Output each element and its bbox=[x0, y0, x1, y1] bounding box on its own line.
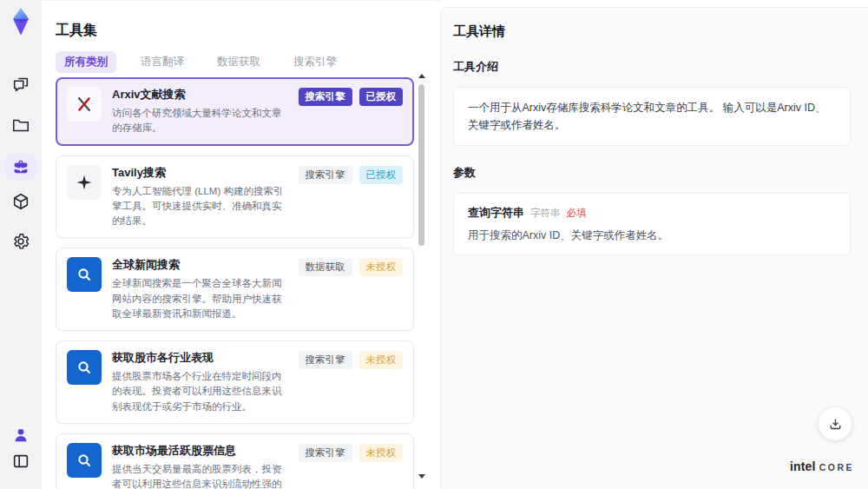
app-logo-icon bbox=[9, 7, 33, 36]
tool-name: 全球新闻搜索 bbox=[112, 257, 288, 273]
tool-card[interactable]: 获取市场最活跃股票信息 提供当天交易量最高的股票列表，投资者可以利用这些信息来识… bbox=[56, 433, 414, 489]
param-desc: 用于搜索的Arxiv ID、关键字或作者姓名。 bbox=[468, 228, 836, 243]
tool-detail-panel: 工具详情 工具介绍 一个用于从Arxiv存储库搜索科学论文和文章的工具。 输入可… bbox=[440, 7, 868, 489]
intel-logo-text: intel bbox=[790, 459, 816, 473]
tool-category-tag: 搜索引擎 bbox=[299, 166, 352, 184]
panel-toggle-icon[interactable] bbox=[11, 452, 30, 471]
tool-desc: 提供当天交易量最高的股票列表，投资者可以利用这些信息来识别流动性强的股票和潜在的… bbox=[112, 462, 288, 489]
arxiv-icon bbox=[67, 87, 102, 122]
left-nav-rail bbox=[0, 0, 42, 489]
tool-card[interactable]: 获取股市各行业表现 提供股票市场各个行业在特定时间段内的表现。投资者可以利用这些… bbox=[56, 340, 414, 424]
tab-language-translation[interactable]: 语言翻译 bbox=[132, 51, 193, 73]
tab-data-fetch[interactable]: 数据获取 bbox=[208, 51, 269, 73]
blue-search-icon bbox=[67, 443, 102, 478]
scroll-down-icon[interactable] bbox=[418, 474, 425, 479]
sparkle-icon bbox=[67, 165, 102, 200]
tool-list-panel: 工具集 所有类别 语言翻译 数据获取 搜索引擎 Arxiv文献搜索 访问各个研究… bbox=[42, 0, 440, 489]
intro-text: 一个用于从Arxiv存储库搜索科学论文和文章的工具。 输入可以是Arxiv ID… bbox=[468, 99, 836, 134]
tool-name: 获取股市各行业表现 bbox=[112, 350, 288, 366]
param-box: 查询字符串 字符串 必填 用于搜索的Arxiv ID、关键字或作者姓名。 bbox=[453, 193, 851, 255]
intro-heading: 工具介绍 bbox=[453, 59, 851, 75]
tool-name: Arxiv文献搜索 bbox=[112, 87, 288, 102]
folder-icon[interactable] bbox=[11, 116, 30, 135]
param-name: 查询字符串 bbox=[468, 205, 524, 221]
tool-auth-tag: 未授权 bbox=[359, 444, 404, 462]
tool-card[interactable]: Tavily搜索 专为人工智能代理 (LLM) 构建的搜索引擎工具。可快速提供实… bbox=[56, 155, 414, 239]
settings-icon[interactable] bbox=[11, 232, 30, 251]
tool-desc: 提供股票市场各个行业在特定时间段内的表现。投资者可以利用这些信息来识别表现优于或… bbox=[112, 369, 288, 414]
tool-auth-tag: 已授权 bbox=[359, 88, 404, 106]
intro-box: 一个用于从Arxiv存储库搜索科学论文和文章的工具。 输入可以是Arxiv ID… bbox=[453, 87, 851, 146]
tab-all-categories[interactable]: 所有类别 bbox=[56, 51, 116, 73]
tool-name: 获取市场最活跃股票信息 bbox=[112, 443, 288, 459]
tool-list: Arxiv文献搜索 访问各个研究领域大量科学论文和文章的存储库。 搜索引擎 已授… bbox=[56, 77, 414, 489]
tool-auth-tag: 已授权 bbox=[359, 166, 404, 184]
app-window: 工具集 所有类别 语言翻译 数据获取 搜索引擎 Arxiv文献搜索 访问各个研究… bbox=[0, 0, 868, 489]
download-button[interactable] bbox=[819, 407, 852, 440]
scrollbar-thumb[interactable] bbox=[418, 84, 424, 246]
param-required-badge: 必填 bbox=[567, 207, 587, 220]
category-tabs: 所有类别 语言翻译 数据获取 搜索引擎 bbox=[56, 51, 345, 73]
download-icon bbox=[828, 417, 843, 432]
tool-card[interactable]: Arxiv文献搜索 访问各个研究领域大量科学论文和文章的存储库。 搜索引擎 已授… bbox=[56, 77, 414, 146]
params-heading: 参数 bbox=[453, 165, 851, 181]
blue-search-icon bbox=[67, 257, 102, 292]
user-icon[interactable] bbox=[11, 426, 30, 445]
tool-auth-tag: 未授权 bbox=[359, 351, 404, 369]
core-logo-text: CORE bbox=[819, 462, 854, 472]
tool-category-tag: 搜索引擎 bbox=[299, 351, 352, 369]
cube-icon[interactable] bbox=[11, 192, 30, 211]
intel-core-logo: intel CORE bbox=[790, 459, 854, 473]
tool-name: Tavily搜索 bbox=[112, 165, 288, 181]
tab-search-engine[interactable]: 搜索引擎 bbox=[285, 51, 345, 73]
tool-desc: 专为人工智能代理 (LLM) 构建的搜索引擎工具。可快速提供实时、准确和真实的结… bbox=[112, 184, 288, 229]
tool-category-tag: 搜索引擎 bbox=[299, 88, 352, 106]
list-scrollbar[interactable] bbox=[418, 72, 425, 480]
toolbox-icon[interactable] bbox=[5, 154, 36, 180]
detail-title: 工具详情 bbox=[453, 23, 851, 40]
chat-icon[interactable] bbox=[11, 75, 30, 94]
tool-category-tag: 数据获取 bbox=[299, 258, 352, 276]
tool-category-tag: 搜索引擎 bbox=[299, 444, 352, 462]
tool-desc: 全球新闻搜索是一个聚合全球各大新闻网站内容的搜索引擎。帮助用户快速获取全球最新资… bbox=[112, 276, 288, 321]
page-title: 工具集 bbox=[56, 22, 97, 40]
tool-auth-tag: 未授权 bbox=[359, 258, 404, 276]
tool-desc: 访问各个研究领域大量科学论文和文章的存储库。 bbox=[112, 106, 288, 136]
param-type: 字符串 bbox=[530, 207, 561, 220]
blue-search-icon bbox=[67, 350, 102, 385]
tool-card[interactable]: 全球新闻搜索 全球新闻搜索是一个聚合全球各大新闻网站内容的搜索引擎。帮助用户快速… bbox=[56, 248, 414, 331]
scroll-up-icon[interactable] bbox=[418, 74, 425, 78]
